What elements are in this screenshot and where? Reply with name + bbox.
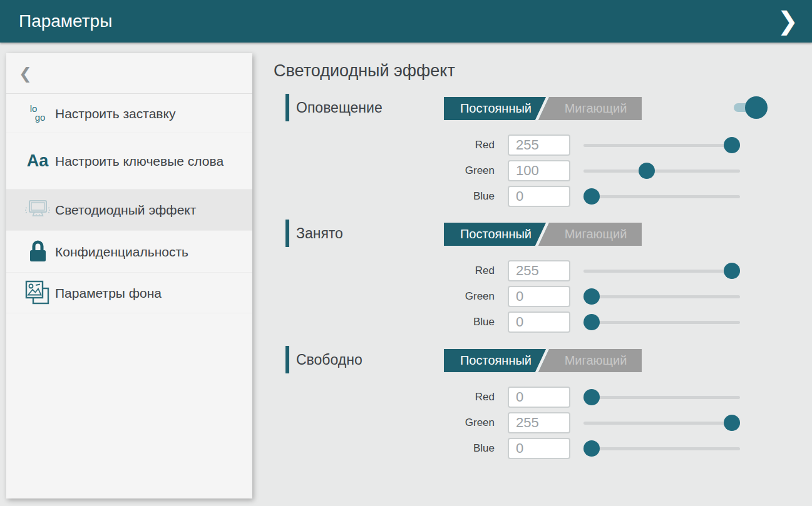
rgb-row-blue: Blue: [274, 311, 781, 333]
row-label: Red: [419, 387, 495, 408]
mode-toggle[interactable]: Постоянный Мигающий: [444, 349, 642, 372]
sidebar-item-label: Параметры фона: [55, 285, 162, 301]
sidebar-item-privacy[interactable]: Конфиденциальность: [6, 231, 252, 273]
slider-thumb[interactable]: [724, 415, 740, 431]
section-notification: Оповещение Постоянный Мигающий Red: [274, 94, 781, 219]
blue-slider[interactable]: [583, 311, 740, 333]
section-accent-bar: [285, 346, 289, 373]
blue-slider[interactable]: [583, 186, 740, 207]
blue-value-input[interactable]: [508, 186, 570, 207]
blue-slider[interactable]: [583, 438, 740, 459]
slider-track[interactable]: [583, 396, 740, 399]
forward-chevron-icon[interactable]: ❯: [777, 6, 798, 35]
logo-icon: lo go: [20, 104, 55, 122]
green-slider[interactable]: [583, 286, 740, 307]
sidebar-item-led-effect[interactable]: Светодиодный эффект: [6, 190, 252, 231]
section-accent-bar: [285, 94, 289, 121]
blue-value-input[interactable]: [508, 311, 570, 333]
rgb-rows: Red Green Blue: [274, 134, 781, 211]
background-images-icon: [20, 280, 55, 306]
slider-thumb[interactable]: [639, 163, 655, 179]
mode-option-constant[interactable]: Постоянный: [444, 223, 548, 246]
rgb-row-blue: Blue: [274, 438, 781, 459]
red-slider[interactable]: [583, 134, 740, 156]
mode-option-blinking[interactable]: Мигающий: [550, 97, 642, 120]
green-slider[interactable]: [583, 412, 740, 433]
notification-enabled-switch[interactable]: [734, 96, 769, 119]
lock-icon: [20, 240, 55, 263]
red-value-input[interactable]: [508, 134, 570, 156]
section-accent-bar: [285, 220, 289, 247]
switch-knob: [745, 96, 768, 119]
slider-track[interactable]: [583, 170, 740, 173]
keywords-icon: Aa: [20, 151, 55, 171]
section-busy: Занято Постоянный Мигающий Red Green: [274, 220, 781, 345]
mode-option-blinking[interactable]: Мигающий: [550, 349, 642, 372]
mode-option-constant[interactable]: Постоянный: [444, 97, 548, 120]
sidebar-item-label: Светодиодный эффект: [55, 201, 196, 218]
row-label: Red: [419, 134, 495, 156]
sidebar-item-background[interactable]: Параметры фона: [6, 273, 252, 313]
green-slider[interactable]: [583, 160, 740, 181]
slider-track[interactable]: [583, 144, 740, 147]
row-label: Red: [419, 260, 495, 281]
content-title: Светодиодный эффект: [274, 61, 455, 81]
rgb-row-green: Green: [274, 412, 781, 433]
slider-thumb[interactable]: [724, 137, 740, 153]
section-label: Оповещение: [296, 94, 383, 121]
row-label: Blue: [419, 438, 495, 459]
red-value-input[interactable]: [508, 387, 570, 408]
section-label: Занято: [296, 220, 343, 247]
row-label: Green: [419, 412, 495, 433]
slider-track[interactable]: [583, 447, 740, 450]
red-value-input[interactable]: [508, 260, 570, 281]
row-label: Blue: [419, 186, 495, 207]
rgb-row-red: Red: [274, 387, 781, 408]
section-label: Свободно: [296, 346, 362, 373]
sidebar-item-screensaver[interactable]: lo go Настроить заставку: [6, 94, 252, 133]
slider-thumb[interactable]: [583, 188, 600, 205]
mode-toggle[interactable]: Постоянный Мигающий: [444, 223, 642, 246]
green-value-input[interactable]: [508, 412, 570, 433]
rgb-row-green: Green: [274, 160, 781, 181]
back-chevron-icon: ❮: [19, 64, 32, 83]
page-title: Параметры: [19, 0, 112, 43]
slider-track[interactable]: [583, 295, 740, 298]
sidebar-collapse-button[interactable]: ❮: [6, 53, 252, 94]
row-label: Green: [419, 160, 495, 181]
slider-thumb[interactable]: [583, 288, 600, 305]
slider-thumb[interactable]: [583, 389, 600, 405]
rgb-row-red: Red: [274, 260, 781, 281]
green-value-input[interactable]: [508, 286, 570, 307]
mode-toggle[interactable]: Постоянный Мигающий: [444, 97, 642, 120]
header: Параметры ❯: [0, 0, 812, 43]
settings-window: Параметры ❯ ❮ lo go Настроить заставку A…: [0, 0, 812, 506]
sidebar-item-keywords[interactable]: Aa Настроить ключевые слова: [6, 133, 252, 190]
green-value-input[interactable]: [508, 160, 570, 181]
rgb-rows: Red Green Blue: [274, 387, 781, 463]
red-slider[interactable]: [583, 260, 740, 281]
rgb-row-blue: Blue: [274, 186, 781, 207]
rgb-row-red: Red: [274, 134, 781, 156]
sidebar: ❮ lo go Настроить заставку Aa Настроить …: [6, 53, 252, 498]
slider-track[interactable]: [583, 321, 740, 324]
row-label: Green: [419, 286, 495, 307]
rgb-rows: Red Green Blue: [274, 260, 781, 337]
row-label: Blue: [419, 311, 495, 333]
mode-option-constant[interactable]: Постоянный: [444, 349, 548, 372]
sidebar-item-label: Конфиденциальность: [55, 243, 188, 260]
slider-thumb[interactable]: [583, 440, 600, 457]
mode-option-blinking[interactable]: Мигающий: [550, 223, 642, 246]
slider-thumb[interactable]: [724, 263, 740, 279]
sidebar-item-label: Настроить заставку: [55, 105, 175, 122]
slider-thumb[interactable]: [583, 314, 600, 330]
section-free: Свободно Постоянный Мигающий Red Green: [274, 346, 781, 471]
blue-value-input[interactable]: [508, 438, 570, 459]
red-slider[interactable]: [583, 387, 740, 408]
rgb-row-green: Green: [274, 286, 781, 307]
slider-track[interactable]: [583, 270, 740, 273]
sidebar-item-label: Настроить ключевые слова: [55, 153, 224, 170]
slider-track[interactable]: [583, 195, 740, 198]
monitor-icon: [20, 200, 55, 221]
slider-track[interactable]: [583, 422, 740, 425]
